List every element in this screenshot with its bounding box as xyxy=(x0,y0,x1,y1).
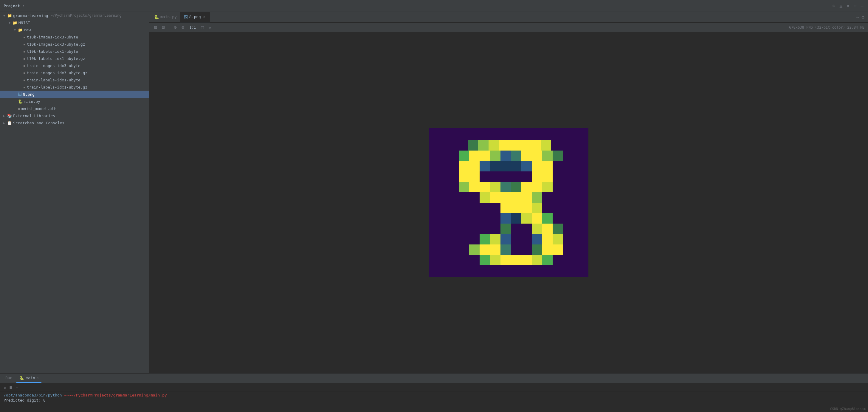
svg-rect-17 xyxy=(542,151,553,161)
svg-rect-78 xyxy=(542,245,553,255)
bottom-tab-main[interactable]: 🐍 main ✕ xyxy=(17,374,41,383)
up-icon[interactable]: △ xyxy=(838,2,843,9)
svg-rect-4 xyxy=(499,140,509,151)
add-icon[interactable]: ⊕ xyxy=(832,2,836,9)
tree-item-train-labels-idx1-ubyte[interactable]: ▪train-labels-idx1-ubyte xyxy=(0,76,149,84)
data-icon: ▪ xyxy=(23,35,26,39)
image-container[interactable] xyxy=(149,32,868,373)
cmd-line: /opt/anaconda3/bin/python ~~~~/PycharmPr… xyxy=(4,393,864,398)
tab-settings-icon[interactable]: ⚙ xyxy=(862,14,864,20)
tree-label-scratches: Scratches and Consoles xyxy=(13,121,64,125)
data-icon: ▪ xyxy=(23,42,26,46)
svg-rect-45 xyxy=(511,192,521,203)
tree-label-external-libraries: External Libraries xyxy=(13,114,55,118)
svg-rect-19 xyxy=(459,161,469,171)
tree-item-t10k-labels-idx1-ubyte[interactable]: ▪t10k-labels-idx1-ubyte xyxy=(0,48,149,55)
stop-btn[interactable]: ■ xyxy=(9,384,12,390)
svg-rect-18 xyxy=(553,151,563,161)
tree-label-main-py: main.py xyxy=(24,99,40,104)
tree-item-mnist-model[interactable]: ▪mnist_model.pth xyxy=(0,105,149,112)
tree-arrow-external-libraries[interactable]: ▶ xyxy=(2,114,6,118)
svg-rect-42 xyxy=(479,192,490,203)
run-main-close[interactable]: ✕ xyxy=(37,376,39,380)
digit-display xyxy=(429,128,588,277)
svg-rect-9 xyxy=(459,151,469,161)
project-dropdown-icon[interactable]: ▾ xyxy=(22,4,25,8)
svg-rect-69 xyxy=(542,234,553,245)
svg-rect-50 xyxy=(521,203,532,213)
tree-item-main-py[interactable]: 🐍main.py xyxy=(0,98,149,105)
svg-rect-6 xyxy=(520,140,530,151)
tree-item-raw[interactable]: ▼📁raw xyxy=(0,26,149,33)
fit-frame-btn[interactable]: ⊞ xyxy=(153,24,159,31)
svg-rect-39 xyxy=(521,182,532,192)
svg-rect-48 xyxy=(500,203,511,213)
svg-rect-52 xyxy=(500,213,511,224)
svg-rect-15 xyxy=(521,151,532,161)
tree-label-MNIST: MNIST xyxy=(19,21,30,25)
svg-rect-80 xyxy=(479,255,490,265)
bottom-tab-run[interactable]: Run xyxy=(2,374,15,383)
project-title: Project xyxy=(4,4,20,8)
tab-more-icon[interactable]: ⋯ xyxy=(857,14,859,20)
tab-main-py[interactable]: 🐍 main.py xyxy=(150,12,180,22)
tree-item-8png[interactable]: 🖼8.png xyxy=(0,91,149,98)
data-icon: ▪ xyxy=(23,63,26,68)
tree-arrow-scratches[interactable]: ▶ xyxy=(2,121,6,125)
svg-rect-51 xyxy=(532,203,542,213)
svg-rect-46 xyxy=(521,192,532,203)
tree-label-train-images-idx3-ubyte: train-images-idx3-ubyte xyxy=(27,63,81,68)
tree-arrow-MNIST[interactable]: ▼ xyxy=(8,21,11,25)
svg-rect-32 xyxy=(542,171,553,182)
actual-size-btn[interactable]: □ xyxy=(199,24,206,31)
close-icon[interactable]: ✕ xyxy=(846,2,850,9)
tree-item-MNIST[interactable]: ▼📁MNIST xyxy=(0,19,149,26)
svg-rect-57 xyxy=(500,224,511,234)
tree-arrow-raw[interactable]: ▼ xyxy=(13,28,17,32)
model-icon: ▪ xyxy=(18,106,20,111)
svg-rect-27 xyxy=(542,161,553,171)
svg-rect-54 xyxy=(521,213,532,224)
svg-rect-77 xyxy=(532,245,542,255)
rerun-btn[interactable]: ↻ xyxy=(3,384,6,390)
svg-rect-44 xyxy=(500,192,511,203)
tree-item-external-libraries[interactable]: ▶📚External Libraries xyxy=(0,112,149,119)
zoom-in-btn[interactable]: ⊕ xyxy=(172,24,178,31)
tree-item-train-labels-idx1-ubyte-gz[interactable]: ▪train-labels-idx1-ubyte.gz xyxy=(0,84,149,91)
edit-btn[interactable]: ✏ xyxy=(207,24,213,31)
tree-item-t10k-images-idx3-ubyte[interactable]: ▪t10k-images-idx3-ubyte xyxy=(0,33,149,40)
svg-rect-43 xyxy=(490,192,500,203)
svg-rect-83 xyxy=(511,255,521,265)
svg-rect-49 xyxy=(511,203,521,213)
tree-item-scratches[interactable]: ▶📋Scratches and Consoles xyxy=(0,119,149,126)
svg-rect-1 xyxy=(468,140,478,151)
more-icon[interactable]: ⋯ xyxy=(853,2,858,9)
svg-rect-84 xyxy=(521,255,532,265)
zoom-out-btn[interactable]: ⊖ xyxy=(180,24,186,31)
console-output: /opt/anaconda3/bin/python ~~~~/PycharmPr… xyxy=(0,392,868,412)
data-icon: ▪ xyxy=(23,85,26,89)
svg-rect-2 xyxy=(478,140,489,151)
sidebar-content[interactable]: ▼📁grammarLearning~/PycharmProjects/gramm… xyxy=(0,12,149,373)
svg-rect-22 xyxy=(490,161,500,171)
tree-label-t10k-labels-idx1-ubyte-gz: t10k-labels-idx1-ubyte.gz xyxy=(27,56,85,61)
tree-label-raw: raw xyxy=(24,28,31,32)
svg-rect-63 xyxy=(479,234,490,245)
fit-width-btn[interactable]: ⊟ xyxy=(160,24,166,31)
image-toolbar: ⊞ ⊟ ⊕ ⊖ 1:1 □ ✏ 678x638 PNG (32-bit colo… xyxy=(149,23,868,32)
tree-arrow-grammarLearning[interactable]: ▼ xyxy=(2,14,6,17)
tree-label-grammarLearning: grammarLearning xyxy=(13,13,48,18)
svg-rect-24 xyxy=(511,161,521,171)
data-icon: ▪ xyxy=(23,78,26,82)
tree-item-t10k-labels-idx1-ubyte-gz[interactable]: ▪t10k-labels-idx1-ubyte.gz xyxy=(0,55,149,62)
svg-rect-71 xyxy=(469,245,479,255)
svg-rect-26 xyxy=(532,161,542,171)
tree-item-train-images-idx3-ubyte[interactable]: ▪train-images-idx3-ubyte xyxy=(0,62,149,69)
tab-8png-close[interactable]: ✕ xyxy=(203,14,206,19)
minimize-icon[interactable]: — xyxy=(860,2,864,9)
tree-item-grammarLearning[interactable]: ▼📁grammarLearning~/PycharmProjects/gramm… xyxy=(0,12,149,19)
tree-item-train-images-idx3-ubyte-gz[interactable]: ▪train-images-idx3-ubyte.gz xyxy=(0,69,149,76)
tab-8png[interactable]: 🖼 8.png ✕ xyxy=(180,12,210,22)
more-run-options[interactable]: ⋯ xyxy=(15,384,19,390)
tree-item-t10k-images-idx3-ubyte-gz[interactable]: ▪t10k-images-idx3-ubyte.gz xyxy=(0,40,149,48)
